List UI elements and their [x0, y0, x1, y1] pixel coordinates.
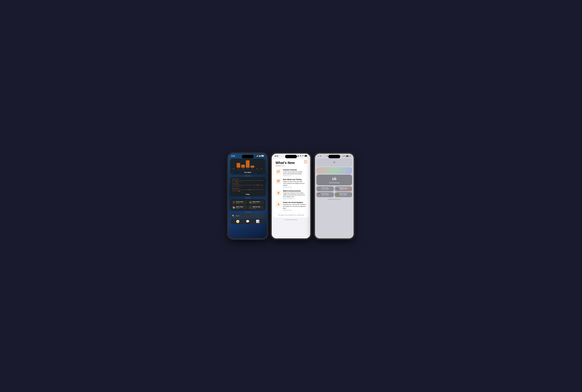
svg-rect-3 — [258, 155, 258, 156]
dot — [233, 189, 234, 190]
feature-desc-darkmode: Support for dark mode and home screen ti… — [283, 181, 306, 186]
cc-chronicling-button[interactable]: Open Chronicling — [316, 174, 352, 185]
power-icon: ⏻ — [350, 156, 351, 157]
chart-prev-btn[interactable]: ‹ — [232, 171, 233, 174]
plants-icon: 🌿 — [249, 201, 252, 204]
event-time-dog: 9:48pm — [252, 208, 263, 209]
habits-next-btn[interactable]: › — [263, 193, 264, 195]
chart-col-mon: Mon — [232, 168, 236, 169]
chart-bars: Mon Tue Wed Thu Fri — [232, 160, 264, 169]
dot-filled — [257, 185, 258, 186]
cc-event-plants[interactable]: 🌿 Water Plants 30 Aug 1:24pm — [335, 192, 352, 197]
cc-dog-icon: 🐾 — [336, 188, 339, 190]
phone1-screen: 22:09 📶 Mon Tue — [228, 154, 267, 225]
feature-icon-darkmode — [276, 178, 281, 184]
dot — [245, 180, 246, 181]
dot — [240, 180, 241, 181]
chart-col-tue: Tue — [237, 163, 240, 169]
chart-col-thu: Thu — [246, 160, 250, 169]
bar-wed — [241, 165, 245, 168]
habit-dots-book — [232, 185, 264, 187]
modal-close-btn[interactable]: × — [304, 160, 307, 163]
svg-rect-30 — [332, 178, 333, 180]
habits-prev-btn[interactable]: ‹ — [232, 193, 233, 195]
event-cell-run[interactable]: 🏃 Go for a Run 7:08pm — [232, 200, 247, 204]
signal-icon-1 — [256, 155, 258, 157]
phone2-screen: 22:15 × What's Ne — [272, 154, 310, 223]
dot — [240, 189, 241, 190]
dot — [233, 181, 234, 182]
bar-label-sat: Sat — [256, 168, 258, 169]
activity-icon-2 — [300, 155, 301, 157]
cc-run-icon: 🏃 — [318, 188, 321, 190]
cc-event-time-plants: 30 Aug 1:24pm — [340, 195, 351, 196]
dot — [256, 185, 257, 186]
cc-event-info-run: Go for a Run 11 Sep 5:18pm — [322, 188, 332, 190]
search-bar[interactable]: 🔍 Search — [230, 214, 265, 218]
feature-desc-controls: Control center support for adding events… — [283, 171, 306, 175]
habits-title: Today — [246, 194, 250, 195]
search-placeholder: Search — [236, 215, 240, 216]
bar-fri — [250, 166, 254, 168]
bar-label-fri: Fri — [252, 168, 253, 169]
chart-next-btn[interactable]: › — [263, 171, 264, 174]
cc-event-run[interactable]: 🏃 Go for a Run 11 Sep 5:18pm — [316, 186, 334, 192]
dot — [232, 190, 233, 192]
chart-title: This Week — [244, 172, 251, 173]
event-info-run: Go for a Run 7:08pm — [236, 201, 246, 204]
phone-1: 22:09 📶 Mon Tue — [227, 152, 268, 240]
cc-event-info-book: Read a Book 12 Sep 1:12pm — [322, 193, 332, 196]
dot — [236, 190, 237, 192]
habit-dots-run — [232, 180, 264, 182]
dot — [248, 189, 249, 190]
dot — [242, 189, 244, 190]
dot — [236, 186, 237, 187]
event-title-book: Read a Book — [236, 206, 246, 208]
dot — [254, 189, 255, 190]
bar-tue — [237, 163, 240, 168]
dot — [262, 189, 263, 190]
dot — [238, 186, 240, 187]
dot — [253, 185, 254, 186]
status-icons-2 — [297, 155, 308, 157]
cc-event-dog[interactable]: 🐾 Walk the Dog Logged Now — [335, 186, 352, 192]
dock-icon-chronicling[interactable]: 📊 — [256, 220, 260, 223]
feature-req-watch: Requires watchOS 11 — [283, 198, 306, 199]
dot — [237, 186, 238, 187]
dot — [233, 190, 234, 192]
cc-event-time-run: 11 Sep 5:18pm — [322, 189, 332, 190]
dot — [262, 185, 263, 186]
event-cell-dog[interactable]: 🐾 Walk the Dog 9:48pm — [248, 205, 264, 210]
dot — [244, 189, 245, 190]
modal-footer-text: This page can be disabled in the Setting… — [278, 214, 304, 216]
dot — [252, 189, 253, 190]
cc-event-time-book: 12 Sep 1:12pm — [322, 195, 332, 196]
dynamic-island-2 — [285, 155, 297, 158]
dot — [232, 189, 233, 190]
dot — [257, 189, 258, 190]
dot — [256, 180, 257, 181]
events-widget-label: Chronicling — [228, 212, 267, 213]
feature-icon-controls — [276, 169, 281, 174]
cc-event-book[interactable]: 📚 Read a Book 12 Sep 1:12pm — [316, 192, 334, 197]
habits-widget-label: Chronicling — [228, 197, 267, 198]
feature-desc-watch: Support for interactive Smart Stack widg… — [283, 192, 306, 198]
plus-icon: + — [318, 155, 319, 157]
dock-icon-messages[interactable]: 💬 — [246, 220, 250, 223]
chart-widget: Mon Tue Wed Thu Fri — [230, 158, 265, 174]
chart-col-wed: Wed — [241, 165, 245, 169]
event-cell-plants[interactable]: 🌿 Water Plants 30 Aug — [248, 200, 264, 204]
cc-events-grid: 🏃 Go for a Run 11 Sep 5:18pm 🐾 Walk the … — [315, 186, 354, 198]
dot — [250, 189, 252, 190]
dock-icon-safari[interactable]: 🧭 — [236, 220, 240, 223]
book-icon: 📚 — [232, 206, 235, 209]
habits-footer: ‹ Today › — [232, 192, 264, 195]
feature-text-controls: Custom Controls Control center support f… — [283, 169, 306, 176]
dynamic-island-1 — [242, 155, 254, 158]
event-cell-book[interactable]: 📚 Read a Book 9:48pm — [232, 205, 247, 210]
feature-item-darkmode: Dark Mode and Tinting Support for dark m… — [276, 178, 306, 188]
dot — [232, 180, 233, 181]
bar-label-sun: Sun — [261, 168, 262, 169]
habits-widget: Go for a Run Read a Book Walk the Dog — [230, 177, 265, 196]
dot — [238, 189, 240, 190]
